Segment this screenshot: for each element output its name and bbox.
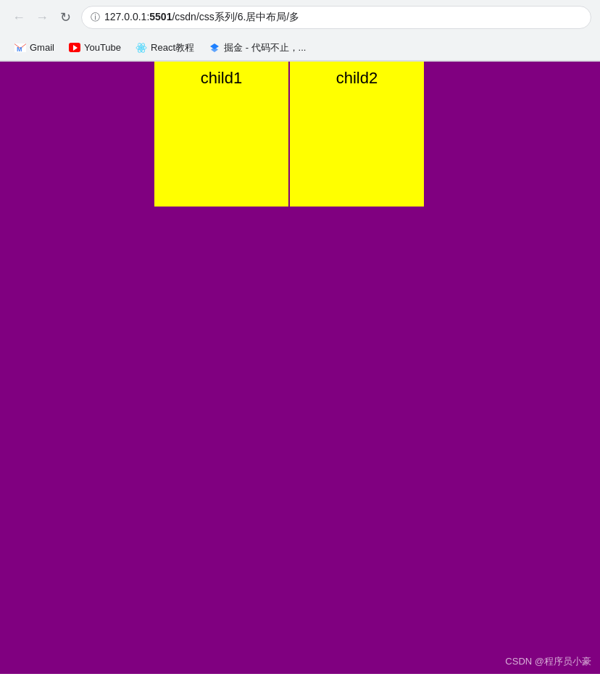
svg-point-3: [140, 46, 143, 49]
forward-button[interactable]: →: [32, 7, 52, 28]
child1-box: child1: [154, 62, 288, 207]
child2-label: child2: [336, 69, 378, 88]
watermark: CSDN @程序员小豪: [505, 655, 591, 668]
juejin-icon: [209, 42, 220, 54]
juejin-label: 掘金 - 代码不止，...: [224, 41, 306, 54]
child1-label: child1: [201, 69, 242, 88]
bookmark-juejin[interactable]: 掘金 - 代码不止，...: [203, 38, 312, 57]
browser-toolbar: ← → ↻ ⓘ 127.0.0.1:5501/csdn/css系列/6.居中布局…: [0, 0, 600, 35]
lock-icon: ⓘ: [91, 11, 100, 24]
children-container: child1 child2: [154, 62, 600, 207]
child2-box: child2: [290, 62, 424, 207]
youtube-label: YouTube: [84, 42, 121, 53]
address-text: 127.0.0.1:5501/csdn/css系列/6.居中布局/多: [104, 11, 299, 24]
address-bar[interactable]: ⓘ 127.0.0.1:5501/csdn/css系列/6.居中布局/多: [81, 6, 591, 29]
svg-text:M: M: [17, 46, 22, 53]
browser-chrome: ← → ↻ ⓘ 127.0.0.1:5501/csdn/css系列/6.居中布局…: [0, 0, 600, 62]
youtube-icon: [69, 42, 80, 54]
page-content: child1 child2 CSDN @程序员小豪: [0, 62, 600, 674]
react-label: React教程: [151, 41, 194, 54]
reload-button[interactable]: ↻: [55, 7, 75, 28]
bookmark-react[interactable]: React教程: [130, 38, 200, 57]
bookmarks-bar: M Gmail YouTube React教程: [0, 35, 600, 61]
bookmark-gmail[interactable]: M Gmail: [9, 39, 60, 57]
gmail-label: Gmail: [30, 42, 54, 53]
back-button[interactable]: ←: [9, 7, 29, 28]
gmail-icon: M: [14, 42, 26, 54]
bookmark-youtube[interactable]: YouTube: [63, 39, 127, 57]
react-icon: [136, 42, 147, 54]
nav-buttons: ← → ↻: [9, 7, 75, 28]
